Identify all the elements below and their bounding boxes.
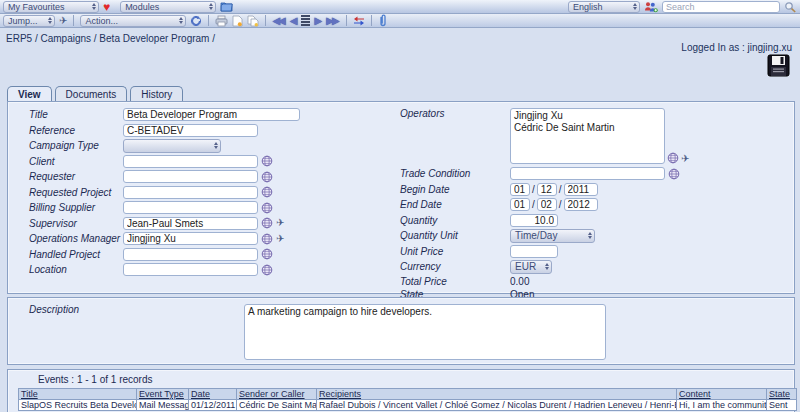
save-icon[interactable] [767, 54, 790, 77]
globe-icon[interactable] [261, 155, 273, 167]
description-textarea[interactable]: A marketing campaign to hire developers. [244, 304, 606, 360]
column-header-event-type[interactable]: Event Type [137, 389, 189, 400]
toolbar-divider [371, 15, 372, 26]
action-select[interactable]: Action... [80, 15, 186, 27]
location-label: Location [29, 264, 123, 275]
field-row-campaign-type: Campaign Type [29, 139, 400, 152]
globe-icon[interactable] [261, 217, 273, 229]
end-date-month-input[interactable] [537, 198, 557, 211]
field-row-supervisor: Supervisor ✈ [29, 217, 400, 230]
globe-icon[interactable] [261, 233, 273, 245]
client-input[interactable] [123, 155, 258, 168]
currency-select-value: EUR [515, 261, 536, 272]
jump-plane-icon[interactable]: ✈ [59, 16, 67, 26]
user-icon[interactable] [644, 1, 658, 13]
jump-relation-icon[interactable]: ✈ [276, 218, 284, 228]
modules-select[interactable]: Modules [120, 1, 216, 13]
search-input[interactable] [662, 1, 780, 13]
event-title-cell[interactable]: SlapOS Recruits Beta Developers [19, 400, 137, 411]
list-view-icon[interactable] [301, 15, 310, 26]
tab-view[interactable]: View [7, 86, 52, 101]
location-input[interactable] [123, 263, 258, 276]
search-icon[interactable] [784, 1, 797, 13]
tab-documents-label: Documents [66, 89, 117, 100]
unit-price-input[interactable] [510, 245, 558, 258]
sort-icon[interactable] [353, 15, 365, 26]
column-header-sender[interactable]: Sender or Caller [237, 389, 317, 400]
toolbar-divider [73, 15, 74, 26]
column-header-content[interactable]: Content [677, 389, 767, 400]
column-header-recipients[interactable]: Recipients [317, 389, 677, 400]
begin-date-label: Begin Date [400, 184, 510, 195]
favourites-select[interactable]: My Favourites [3, 1, 99, 13]
next-page-icon[interactable]: ▶ [314, 16, 322, 26]
quantity-unit-select[interactable]: Time/Day [510, 229, 595, 243]
tab-history[interactable]: History [130, 86, 183, 101]
first-page-icon[interactable]: ◀◀ [272, 16, 285, 26]
globe-icon[interactable] [668, 168, 680, 180]
field-row-handled-project: Handled Project [29, 248, 400, 261]
globe-icon[interactable] [261, 171, 273, 183]
print-icon[interactable] [215, 15, 228, 27]
tab-documents[interactable]: Documents [55, 86, 128, 101]
operators-textarea[interactable]: Jingjing Xu Cédric De Saint Martin [510, 108, 665, 164]
field-row-operators: Operators Jingjing Xu Cédric De Saint Ma… [400, 108, 794, 164]
description-label: Description [29, 304, 244, 364]
toolbar-divider [346, 15, 347, 26]
begin-date-month-input[interactable] [537, 183, 557, 196]
begin-date-day-input[interactable] [510, 183, 530, 196]
trade-condition-input[interactable] [510, 167, 665, 180]
globe-icon[interactable] [261, 202, 273, 214]
open-folder-icon[interactable] [220, 1, 233, 12]
language-select[interactable]: English [568, 1, 640, 13]
begin-date-year-input[interactable] [564, 183, 598, 196]
requested-project-label: Requested Project [29, 187, 123, 198]
jump-relation-icon[interactable]: ✈ [681, 154, 689, 164]
jump-select-value: Jump... [8, 16, 38, 26]
favourites-heart-icon[interactable]: ♥ [103, 1, 110, 13]
title-input[interactable] [123, 108, 300, 121]
handled-project-input[interactable] [123, 248, 258, 261]
toolbar-divider [208, 15, 209, 26]
breadcrumb[interactable]: ERP5 / Campaigns / Beta Developer Progra… [6, 33, 215, 44]
quantity-input[interactable] [510, 214, 558, 227]
column-header-date[interactable]: Date [189, 389, 237, 400]
field-row-reference: Reference [29, 124, 400, 137]
quantity-unit-label: Quantity Unit [400, 230, 510, 241]
column-header-sender-label: Sender or Caller [239, 389, 305, 399]
refresh-icon[interactable] [190, 15, 202, 27]
attachment-icon[interactable] [378, 14, 388, 27]
end-date-year-input[interactable] [564, 198, 598, 211]
column-header-title-label: Title [21, 389, 38, 399]
jump-select[interactable]: Jump... [3, 15, 55, 27]
operations-manager-input[interactable] [123, 232, 258, 245]
requester-input[interactable] [123, 170, 258, 183]
globe-icon[interactable] [261, 264, 273, 276]
column-header-state[interactable]: State [767, 389, 797, 400]
column-header-title[interactable]: Title [19, 389, 137, 400]
select-spinner-icon [209, 3, 213, 10]
globe-icon[interactable] [261, 186, 273, 198]
last-page-icon[interactable]: ▶▶ [326, 16, 339, 26]
field-row-operations-manager: Operations Manager ✈ [29, 232, 400, 245]
campaign-type-label: Campaign Type [29, 140, 123, 151]
previous-page-icon[interactable]: ◀ [290, 16, 298, 26]
field-row-title: Title [29, 108, 400, 121]
supervisor-input[interactable] [123, 217, 258, 230]
reference-input[interactable] [123, 124, 258, 137]
new-document-icon[interactable] [232, 15, 243, 27]
operators-label: Operators [400, 108, 510, 119]
jump-relation-icon[interactable]: ✈ [276, 234, 284, 244]
event-type-cell: Mail Message [137, 400, 189, 411]
campaign-type-select[interactable] [123, 139, 221, 153]
billing-supplier-input[interactable] [123, 201, 258, 214]
globe-icon[interactable] [261, 248, 273, 260]
globe-icon[interactable] [667, 152, 679, 164]
table-row[interactable]: SlapOS Recruits Beta Developers Mail Mes… [19, 400, 797, 411]
total-price-value: 0.00 [510, 276, 529, 287]
end-date-day-input[interactable] [510, 198, 530, 211]
requested-project-input[interactable] [123, 186, 258, 199]
event-sender-cell: Cédric De Saint Martin [237, 400, 317, 411]
currency-select[interactable]: EUR [510, 260, 552, 274]
copy-icon[interactable] [247, 15, 259, 27]
